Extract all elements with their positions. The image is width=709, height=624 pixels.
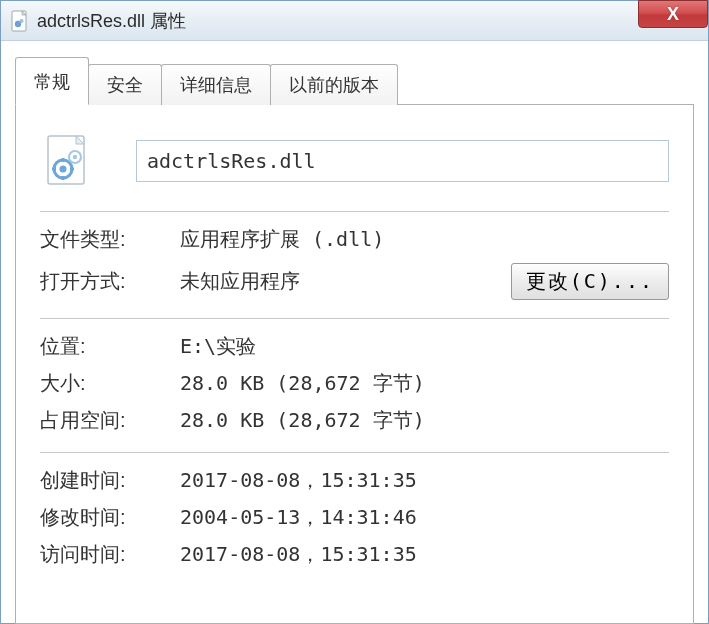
label-location: 位置: bbox=[40, 333, 180, 360]
file-large-icon bbox=[40, 133, 96, 189]
value-size-on-disk: 28.0 KB (28,672 字节) bbox=[180, 407, 669, 434]
svg-rect-10 bbox=[52, 168, 56, 171]
row-created: 创建时间: 2017-08-08，15:31:35 bbox=[40, 467, 669, 494]
separator bbox=[40, 318, 669, 319]
label-size-on-disk: 占用空间: bbox=[40, 407, 180, 434]
file-header-row bbox=[40, 133, 669, 189]
label-size: 大小: bbox=[40, 370, 180, 397]
svg-point-3 bbox=[19, 18, 23, 22]
row-size: 大小: 28.0 KB (28,672 字节) bbox=[40, 370, 669, 397]
tab-previous-versions[interactable]: 以前的版本 bbox=[270, 64, 398, 105]
separator bbox=[40, 452, 669, 453]
row-opens-with: 打开方式: 未知应用程序 更改(C)... bbox=[40, 263, 669, 300]
label-created: 创建时间: bbox=[40, 467, 180, 494]
svg-rect-11 bbox=[70, 168, 74, 171]
close-button[interactable]: X bbox=[638, 0, 708, 28]
row-size-on-disk: 占用空间: 28.0 KB (28,672 字节) bbox=[40, 407, 669, 434]
value-size: 28.0 KB (28,672 字节) bbox=[180, 370, 669, 397]
svg-point-7 bbox=[60, 166, 67, 173]
close-icon: X bbox=[667, 4, 679, 25]
value-file-type: 应用程序扩展 (.dll) bbox=[180, 226, 669, 253]
row-modified: 修改时间: 2004-05-13，14:31:46 bbox=[40, 504, 669, 531]
tab-strip: 常规 安全 详细信息 以前的版本 bbox=[15, 61, 694, 105]
label-modified: 修改时间: bbox=[40, 504, 180, 531]
row-location: 位置: E:\实验 bbox=[40, 333, 669, 360]
window-title: adctrlsRes.dll 属性 bbox=[37, 9, 186, 33]
label-file-type: 文件类型: bbox=[40, 226, 180, 253]
value-modified: 2004-05-13，14:31:46 bbox=[180, 504, 669, 531]
change-button[interactable]: 更改(C)... bbox=[511, 263, 669, 300]
tab-details[interactable]: 详细信息 bbox=[161, 64, 271, 105]
svg-rect-9 bbox=[62, 176, 65, 180]
tab-security[interactable]: 安全 bbox=[88, 64, 162, 105]
file-icon bbox=[11, 10, 29, 32]
filename-input[interactable] bbox=[136, 140, 669, 182]
value-location: E:\实验 bbox=[180, 333, 669, 360]
value-created: 2017-08-08，15:31:35 bbox=[180, 467, 669, 494]
value-accessed: 2017-08-08，15:31:35 bbox=[180, 541, 669, 568]
separator bbox=[40, 211, 669, 212]
row-file-type: 文件类型: 应用程序扩展 (.dll) bbox=[40, 226, 669, 253]
general-panel: 文件类型: 应用程序扩展 (.dll) 打开方式: 未知应用程序 更改(C)..… bbox=[15, 105, 694, 624]
label-accessed: 访问时间: bbox=[40, 541, 180, 568]
svg-rect-8 bbox=[62, 158, 65, 162]
titlebar: adctrlsRes.dll 属性 X bbox=[1, 1, 708, 41]
value-opens-with: 未知应用程序 bbox=[180, 268, 511, 295]
label-opens-with: 打开方式: bbox=[40, 268, 180, 295]
svg-point-13 bbox=[73, 155, 77, 159]
row-accessed: 访问时间: 2017-08-08，15:31:35 bbox=[40, 541, 669, 568]
tab-general[interactable]: 常规 bbox=[15, 57, 89, 105]
properties-window: adctrlsRes.dll 属性 X 常规 安全 详细信息 以前的版本 bbox=[0, 0, 709, 624]
